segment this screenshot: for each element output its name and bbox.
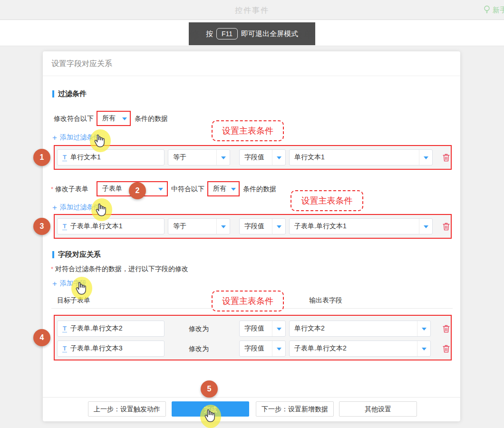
subfilter-valuetype-value: 字段值	[240, 222, 272, 231]
filter-field-select[interactable]: T 单行文本1	[57, 149, 165, 165]
subfilter-field-value: 子表单.单行文本1	[70, 222, 123, 231]
mapping-section-heading: 字段对应关系	[52, 250, 101, 259]
other-settings-button[interactable]: 其他设置	[339, 401, 417, 417]
callout-main-table-condition-1: 设置主表条件	[212, 120, 284, 141]
caret-down-icon	[417, 341, 430, 356]
filter-operator-select[interactable]: 等于	[168, 149, 230, 165]
delete-filter-button[interactable]	[441, 152, 451, 163]
mapping-field-select[interactable]: T 子表单.单行文本3	[57, 340, 165, 357]
mapping-field-select[interactable]: T 子表单.单行文本2	[57, 321, 165, 337]
filter-row-annotation-box-2: T 子表单.单行文本1 等于 字段值 子表单.单行文本1	[54, 214, 452, 239]
plus-icon: +	[52, 134, 57, 142]
filter-valuetype-select[interactable]: 字段值	[239, 149, 286, 165]
subfilter-value-value: 子表单.单行文本1	[290, 222, 419, 231]
callout-main-table-condition-2: 设置主表条件	[291, 190, 363, 211]
caret-down-icon	[119, 112, 130, 125]
subfilter-value-select[interactable]: 子表单.单行文本1	[289, 218, 433, 234]
filter-section-label: 过滤条件	[58, 89, 87, 98]
required-mark: *	[51, 185, 53, 193]
subform-match-value: 所有	[208, 185, 228, 193]
caret-down-icon	[419, 219, 432, 234]
modify-to-label: 修改为	[189, 321, 209, 337]
subfilter-operator-select[interactable]: 等于	[168, 218, 230, 234]
subform-condition-middle: 中符合以下	[171, 181, 204, 196]
step-badge-5: 5	[201, 380, 218, 398]
newbie-help-label: 新手	[493, 6, 504, 15]
delete-mapping-button[interactable]	[441, 343, 451, 354]
column-header-output: 输出表字段	[309, 296, 342, 305]
match-mode-annotation-box: 所有	[97, 111, 131, 126]
text-field-icon: T	[62, 154, 67, 161]
mapping-value-value: 子表单.单行文本2	[290, 344, 417, 353]
text-field-icon: T	[62, 325, 67, 332]
caret-down-icon	[216, 150, 230, 165]
subform-condition-label: *修改子表单	[51, 181, 88, 197]
filter-value-select[interactable]: 单行文本1	[289, 149, 433, 165]
filter-valuetype-value: 字段值	[240, 153, 272, 162]
plus-icon: +	[52, 280, 57, 288]
mapping-valuetype-select[interactable]: 字段值	[239, 340, 286, 357]
modify-to-label: 修改为	[189, 340, 209, 357]
subform-match-select[interactable]: 所有	[208, 182, 239, 195]
filter-value-value: 单行文本1	[290, 153, 419, 162]
mapping-description: *对符合过滤条件的数据，进行以下字段的修改	[51, 261, 188, 277]
required-mark: *	[51, 265, 53, 272]
mapping-value-select[interactable]: 子表单.单行文本2	[289, 340, 431, 357]
top-app-bar: 控件事件 新手	[0, 0, 504, 20]
tooltip-prefix: 按	[206, 29, 213, 39]
trash-icon	[442, 344, 450, 353]
caret-down-icon	[272, 321, 285, 336]
mapping-desc-text: 对符合过滤条件的数据，进行以下字段的修改	[55, 265, 188, 272]
section-marker	[52, 251, 54, 258]
subfilter-field-select[interactable]: T 子表单.单行文本1	[57, 218, 165, 234]
filter-operator-value: 等于	[168, 153, 216, 162]
subfilter-valuetype-select[interactable]: 字段值	[239, 218, 286, 234]
mapping-value-select[interactable]: 单行文本2	[289, 321, 431, 337]
mapping-value-value: 单行文本2	[290, 324, 417, 333]
field-mapping-dialog: 设置字段对应关系 过滤条件 修改符合以下 所有 条件的数据 + 添加过滤条件 T…	[43, 51, 460, 421]
plus-icon: +	[52, 204, 57, 212]
mapping-field-value: 子表单.单行文本3	[70, 344, 123, 353]
delete-mapping-button[interactable]	[441, 323, 451, 334]
mapping-valuetype-select[interactable]: 字段值	[239, 321, 286, 337]
trash-icon	[442, 153, 450, 162]
caret-down-icon	[216, 219, 230, 234]
trash-icon	[442, 324, 450, 333]
hand-cursor-icon	[95, 203, 107, 217]
subfilter-operator-value: 等于	[168, 222, 216, 231]
prev-step-button[interactable]: 上一步：设置触发动作	[88, 401, 166, 417]
main-condition-suffix: 条件的数据	[135, 111, 168, 126]
caret-down-icon	[417, 321, 430, 336]
app-bar-title: 控件事件	[0, 6, 504, 16]
newbie-help-link[interactable]: 新手	[483, 5, 504, 15]
subform-select-value: 子表单	[97, 185, 155, 193]
caret-down-icon	[419, 150, 432, 165]
match-mode-value: 所有	[97, 114, 119, 123]
caret-down-icon	[272, 341, 285, 356]
mapping-valuetype-value: 字段值	[240, 344, 272, 353]
section-marker	[52, 90, 54, 97]
next-step-button[interactable]: 下一步：设置新增数据	[256, 401, 334, 417]
filter-row-annotation-box-1: T 单行文本1 等于 字段值 单行文本1	[54, 145, 452, 170]
mapping-valuetype-value: 字段值	[240, 324, 272, 333]
caret-down-icon	[155, 182, 167, 195]
subform-condition-suffix: 条件的数据	[243, 181, 276, 196]
dialog-footer: 上一步：设置触发动作 完成 下一步：设置新增数据 其他设置	[43, 397, 460, 421]
mapping-field-value: 子表单.单行文本2	[70, 324, 123, 333]
text-field-icon: T	[62, 345, 67, 352]
tooltip-suffix: 即可退出全屏模式	[241, 29, 298, 39]
step-badge-3: 3	[33, 218, 50, 235]
callout-main-table-condition-3: 设置主表条件	[212, 291, 284, 311]
filter-field-value: 单行文本1	[70, 153, 101, 162]
main-condition-prefix: 修改符合以下	[54, 111, 94, 126]
caret-down-icon	[272, 219, 285, 234]
subform-label-text: 修改子表单	[55, 185, 88, 193]
dialog-title: 设置字段对应关系	[43, 51, 460, 76]
delete-subfilter-button[interactable]	[441, 221, 451, 232]
mapping-rows-annotation-box: T 子表单.单行文本2 修改为 字段值 单行文本2 T 子表单.单行文本3 修改…	[54, 315, 452, 360]
lightbulb-icon	[483, 5, 491, 15]
hand-cursor-icon	[93, 134, 106, 148]
match-mode-select[interactable]: 所有	[97, 112, 130, 125]
text-field-icon: T	[62, 223, 67, 230]
mapping-section-label: 字段对应关系	[58, 250, 101, 259]
